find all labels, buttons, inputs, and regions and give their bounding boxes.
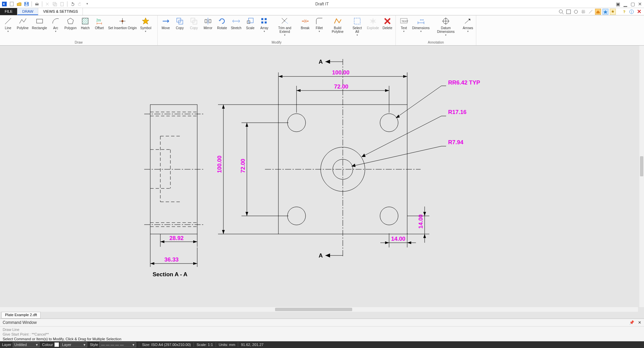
svg-marker-59 [193,240,197,243]
svg-rect-7 [53,2,56,5]
home-icon[interactable] [595,9,601,15]
svg-marker-105 [396,115,400,118]
dim-14b: 14.00 [391,236,406,242]
tab-file[interactable]: FILE [0,8,17,15]
polygon-tool[interactable]: Polygon [63,16,78,41]
undo-icon[interactable] [69,1,75,7]
svg-rect-1 [10,2,13,6]
colour-swatch[interactable] [54,342,59,347]
trim-tool[interactable]: Trim and Extend▾ [272,16,298,41]
modify-group-label: Modify [159,41,394,45]
offset-tool[interactable]: 2mOffset [93,16,106,41]
symbol-tool[interactable]: Symbol▾ [139,16,153,41]
arrows-tool[interactable]: Arrows▾ [461,16,475,41]
rotate-tool[interactable]: Rotate [215,16,229,41]
style-combo[interactable]: — — — — —▾ [99,342,136,347]
colour-combo[interactable]: Layer▾ [60,342,87,347]
help-icon[interactable]: ? [621,9,627,15]
document-tab[interactable]: Plate Example 2.dft [1,312,41,318]
cmd-line-1: Draw Line [3,327,641,332]
svg-text:i: i [631,10,632,14]
app-menu-icon[interactable] [1,1,7,7]
help2-icon[interactable]: ★ [610,9,616,15]
info-icon[interactable]: i [629,9,635,15]
scale-tool[interactable]: Scale [244,16,257,41]
note-r1716: R17.16 [448,109,467,115]
star-icon[interactable] [602,9,608,15]
horizontal-scrollbar[interactable] [0,307,638,312]
grid-icon[interactable] [580,9,586,15]
svg-line-16 [5,18,11,24]
vertical-scrollbar[interactable] [639,46,644,307]
app-title: Draft IT [315,2,329,6]
open-icon[interactable] [16,1,22,7]
dim-100-left: 100.00 [216,156,223,173]
line-tool[interactable]: Line▾ [1,16,15,41]
dimensions-tool[interactable]: ⟷Dimensions▾ [411,16,430,41]
arc-icon [51,17,60,25]
cut-icon[interactable] [44,1,50,7]
tab-draw[interactable]: DRAW [17,8,38,15]
stretch-tool[interactable]: Stretch [229,16,243,41]
hatch-icon [81,17,90,25]
tab-views[interactable]: VIEWS & SETTINGS [38,8,83,15]
section-label: Section A - A [153,271,187,278]
fillet-tool[interactable]: Fillet▾ [313,16,326,41]
svg-marker-114 [325,60,330,64]
polyline-icon [18,17,27,25]
svg-rect-6 [36,2,38,4]
redo-icon[interactable] [77,1,83,7]
polyline-tool[interactable]: Polyline [15,16,30,41]
arc-tool[interactable]: Arc▾ [49,16,62,41]
qat-dropdown-icon[interactable]: ▼ [84,1,90,7]
fillet-icon [315,17,324,25]
close-doc-icon[interactable]: ✕ [636,9,642,15]
zoom-window-icon[interactable] [558,9,564,15]
break-tool[interactable]: Break [299,16,312,41]
delete-tool[interactable]: Delete [381,16,394,41]
drawing-canvas[interactable]: 28.92 36.33 Section A - A 100.00 [0,46,644,312]
ribbon-toggle-icon[interactable]: ▣ [615,1,621,7]
layer-combo[interactable]: Untitled▾ [13,342,40,347]
pin-icon[interactable]: 📌 [629,320,634,325]
move-icon [161,17,170,25]
svg-rect-3 [25,4,28,6]
new-icon[interactable] [9,1,15,7]
print-icon[interactable] [34,1,40,7]
svg-line-104 [396,86,441,118]
text-tool[interactable]: TEXTText▾ [397,16,411,41]
colour-label: Colour [42,343,53,347]
save-icon[interactable] [23,1,30,7]
copy2-tool[interactable]: Copy [187,16,201,41]
move-tool[interactable]: Move [159,16,172,41]
svg-marker-64 [193,262,197,265]
set-origin-tool[interactable]: Set Insertion Origin [107,16,138,41]
minimize-icon[interactable]: ▁ [623,1,628,7]
copy-icon [175,17,184,25]
close-cmd-icon[interactable]: ✕ [638,320,641,325]
select-all-tool[interactable]: Select All▾ [349,16,365,41]
zoom-extents-icon[interactable] [566,9,572,15]
datum-tool[interactable]: Datum Dimensions▾ [431,16,461,41]
snap-icon[interactable] [588,9,594,15]
svg-marker-103 [423,234,426,238]
build-polyline-tool[interactable]: Build Polyline [327,16,348,41]
copy-tool[interactable]: Copy [173,16,186,41]
mirror-tool[interactable]: Mirror [201,16,215,41]
status-units: Units: mm [219,343,235,347]
status-coords: 91.62, 201.27 [241,343,263,347]
copy-qat-icon[interactable] [52,1,58,7]
paste-icon[interactable] [59,1,65,7]
explode-tool[interactable]: Explode [366,16,380,41]
svg-marker-18 [67,18,73,24]
close-window-icon[interactable]: ✕ [637,1,643,7]
hatch-tool[interactable]: Hatch [78,16,92,41]
svg-marker-97 [385,241,389,244]
svg-rect-4 [25,2,28,4]
note-r794: R7.94 [448,139,464,146]
array-tool[interactable]: Array▾ [258,16,271,41]
zoom-icon[interactable] [573,9,579,15]
maximize-icon[interactable]: ▢ [630,1,635,7]
array-icon [260,17,269,25]
rectangle-tool[interactable]: Rectangle [31,16,48,41]
